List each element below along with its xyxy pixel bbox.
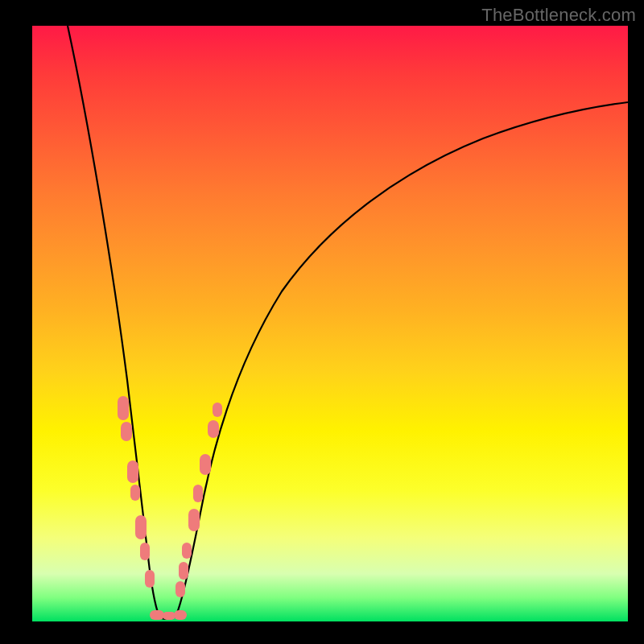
svg-rect-14 xyxy=(213,402,222,417)
plot-area xyxy=(32,26,628,621)
svg-rect-2 xyxy=(127,460,138,483)
svg-rect-15 xyxy=(150,610,164,620)
svg-rect-0 xyxy=(118,396,129,420)
svg-rect-16 xyxy=(163,612,175,620)
svg-rect-5 xyxy=(140,543,150,560)
curve-layer xyxy=(32,26,628,621)
svg-rect-13 xyxy=(208,420,219,438)
marker-group-right xyxy=(175,402,222,597)
svg-rect-3 xyxy=(130,485,140,501)
svg-rect-4 xyxy=(135,515,147,539)
svg-rect-10 xyxy=(188,509,200,531)
svg-rect-1 xyxy=(121,422,132,441)
svg-rect-6 xyxy=(145,570,155,588)
svg-rect-12 xyxy=(200,454,211,475)
svg-rect-9 xyxy=(182,543,192,559)
watermark-text: TheBottleneck.com xyxy=(481,5,636,26)
svg-rect-7 xyxy=(175,581,185,597)
marker-group-floor xyxy=(150,610,187,620)
svg-rect-8 xyxy=(179,562,188,580)
svg-rect-11 xyxy=(193,485,203,502)
chart-frame: TheBottleneck.com xyxy=(0,0,644,644)
bottleneck-curve xyxy=(68,26,628,619)
svg-rect-17 xyxy=(174,610,187,620)
